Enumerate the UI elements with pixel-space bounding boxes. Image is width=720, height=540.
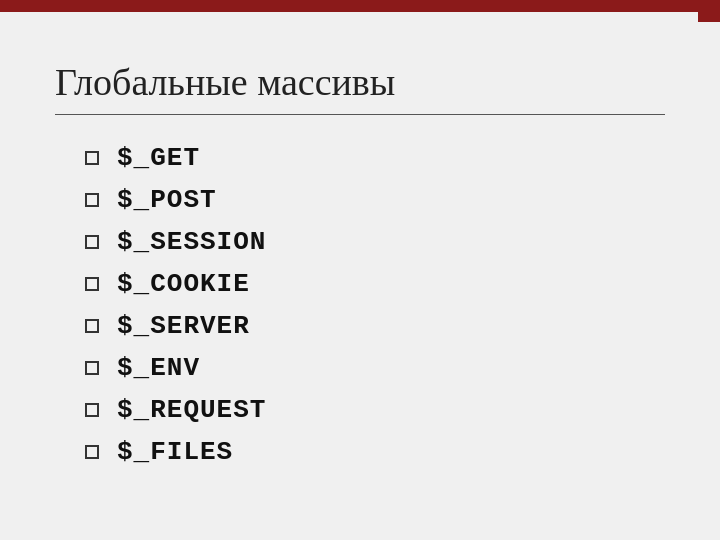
item-text: $_SERVER	[117, 311, 250, 341]
item-text: $_SESSION	[117, 227, 266, 257]
item-text: $_COOKIE	[117, 269, 250, 299]
checkbox-icon	[85, 319, 99, 333]
item-text: $_REQUEST	[117, 395, 266, 425]
checkbox-icon	[85, 235, 99, 249]
list-item: $_SERVER	[85, 311, 665, 341]
list-item: $_COOKIE	[85, 269, 665, 299]
checkbox-icon	[85, 277, 99, 291]
list-item: $_SESSION	[85, 227, 665, 257]
slide-title: Глобальные массивы	[55, 60, 665, 104]
item-text: $_POST	[117, 185, 217, 215]
item-text: $_FILES	[117, 437, 233, 467]
checkbox-icon	[85, 361, 99, 375]
checkbox-icon	[85, 151, 99, 165]
item-text: $_ENV	[117, 353, 200, 383]
list-item: $_ENV	[85, 353, 665, 383]
red-square-decoration	[698, 0, 720, 22]
list-item: $_REQUEST	[85, 395, 665, 425]
checkbox-icon	[85, 445, 99, 459]
list-item: $_GET	[85, 143, 665, 173]
checkbox-icon	[85, 193, 99, 207]
item-text: $_GET	[117, 143, 200, 173]
title-divider	[55, 114, 665, 115]
list-item: $_FILES	[85, 437, 665, 467]
list-item: $_POST	[85, 185, 665, 215]
checkbox-icon	[85, 403, 99, 417]
slide-content: Глобальные массивы $_GET$_POST$_SESSION$…	[0, 10, 720, 509]
top-bar	[0, 0, 720, 12]
list-container: $_GET$_POST$_SESSION$_COOKIE$_SERVER$_EN…	[55, 143, 665, 467]
